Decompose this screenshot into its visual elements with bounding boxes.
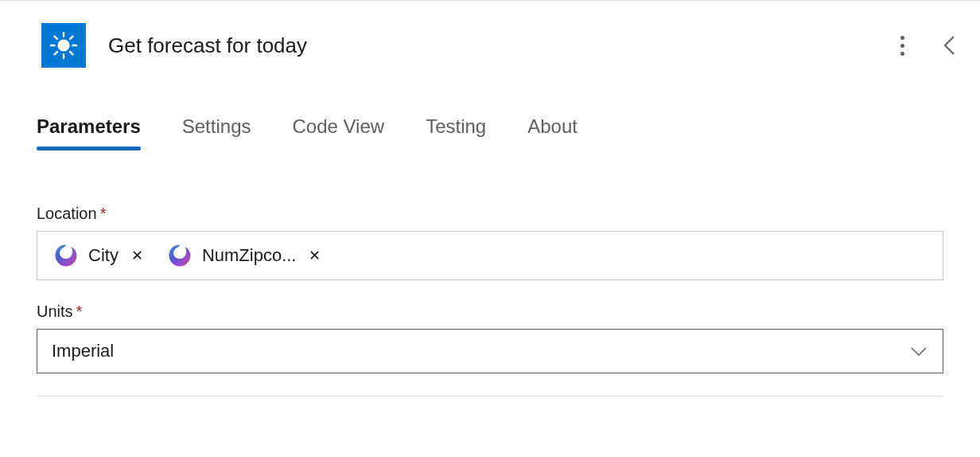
parameters-form: Location* (0, 205, 980, 396)
token-label: NumZipco... (202, 245, 297, 266)
svg-line-7 (55, 52, 57, 54)
token-label: City (88, 245, 119, 266)
svg-point-0 (57, 39, 69, 51)
location-label-text: Location (37, 205, 97, 222)
weather-icon (41, 23, 86, 68)
chevron-left-icon (942, 34, 958, 57)
tab-parameters[interactable]: Parameters (37, 115, 141, 149)
panel-header: Get forecast for today (0, 23, 980, 68)
action-panel: Get forecast for today Parameters Settin… (0, 0, 980, 457)
required-indicator: * (100, 205, 107, 222)
token-zipcode[interactable]: NumZipco... ✕ (161, 238, 331, 273)
tab-settings[interactable]: Settings (182, 115, 251, 149)
units-label-text: Units (37, 303, 73, 320)
panel-title: Get forecast for today (108, 33, 888, 58)
required-indicator: * (76, 303, 83, 320)
tab-testing[interactable]: Testing (426, 115, 486, 149)
tab-about[interactable]: About (527, 115, 578, 149)
dynamic-content-icon (52, 241, 80, 270)
collapse-button[interactable] (935, 31, 964, 60)
units-select[interactable]: Imperial (37, 329, 943, 373)
header-actions (888, 31, 964, 60)
location-field: Location* (37, 205, 943, 280)
location-label: Location* (37, 205, 943, 223)
units-label: Units* (37, 303, 943, 321)
token-remove-button[interactable]: ✕ (304, 247, 325, 264)
svg-line-6 (70, 52, 72, 54)
tab-list: Parameters Settings Code View Testing Ab… (0, 115, 980, 149)
divider (37, 396, 943, 396)
svg-line-8 (70, 37, 72, 39)
token-city[interactable]: City ✕ (47, 238, 153, 273)
units-value: Imperial (52, 341, 114, 361)
location-input[interactable]: City ✕ NumZipco... ✕ (37, 231, 943, 280)
dynamic-content-icon (165, 241, 194, 270)
units-field: Units* Imperial (37, 303, 943, 373)
vertical-dots-icon (900, 36, 904, 56)
chevron-down-icon (909, 345, 928, 357)
more-menu-button[interactable] (888, 31, 916, 60)
tab-code-view[interactable]: Code View (292, 115, 384, 149)
svg-line-5 (55, 37, 57, 39)
token-remove-button[interactable]: ✕ (126, 247, 148, 264)
